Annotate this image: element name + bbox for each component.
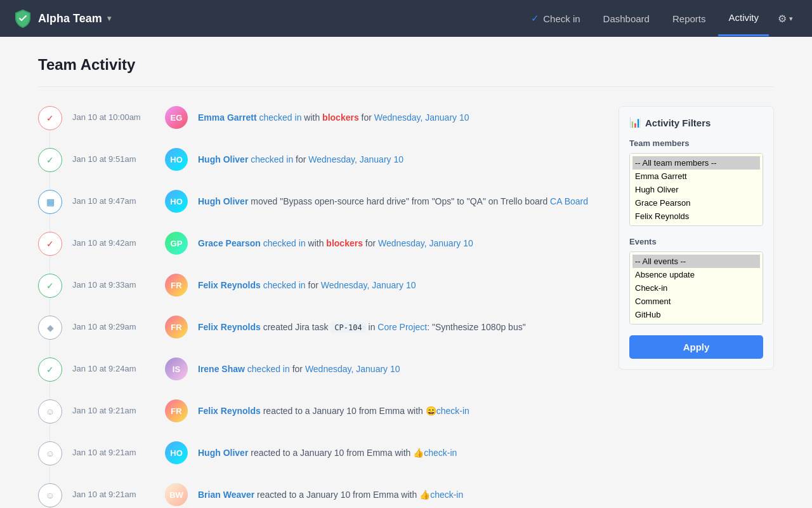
activity-highlight: blockers [322,112,359,123]
activity-icon-jira: ◆ [38,316,62,340]
activity-time: Jan 10 at 9:21am [72,483,155,499]
avatar: FR [165,316,188,338]
activity-user-link[interactable]: Hugh Oliver [198,196,248,206]
activity-icon-smile: ☺ [38,483,62,507]
filters-title-text: Activity Filters [645,117,710,128]
activity-time: Jan 10 at 9:42am [72,232,155,248]
activity-user-link[interactable]: Felix Reynolds [198,280,261,290]
activity-action-link[interactable]: checked in [251,154,293,164]
activity-action-link[interactable]: checked in [259,112,301,123]
page-divider [38,86,774,87]
activity-item: ☺Jan 10 at 9:21amFRFelix Reynolds reacte… [38,399,599,424]
activity-content: Felix Reynolds reacted to a January 10 f… [198,399,599,418]
activity-time: Jan 10 at 9:21am [72,441,155,457]
activity-content: Felix Reynolds checked in for Wednesday,… [198,274,599,292]
avatar: BW [165,483,188,506]
avatar: IS [165,358,188,380]
activity-content: Hugh Oliver moved "Bypass open-source ha… [198,190,599,208]
checkin-check-icon: ✓ [531,13,539,24]
avatar: HO [165,148,188,171]
apply-button[interactable]: Apply [629,335,763,359]
activity-feed: ✓Jan 10 at 10:00amEGEmma Garrett checked… [38,106,599,508]
activity-item: ✓Jan 10 at 9:51amHOHugh Oliver checked i… [38,148,599,172]
activity-user-link[interactable]: Felix Reynolds [198,322,261,332]
nav-checkin[interactable]: ✓ Check in [521,1,590,36]
filters-panel: 📊 Activity Filters Team members -- All t… [619,106,774,370]
activity-link[interactable]: CA Board [550,196,588,206]
gear-chevron-icon: ▾ [789,15,793,23]
activity-date-link[interactable]: Wednesday, January 10 [374,112,469,123]
brand[interactable]: Alpha Team ▾ [13,8,111,29]
activity-time: Jan 10 at 9:33am [72,274,155,290]
activity-date-link[interactable]: Wednesday, January 10 [378,238,473,248]
activity-user-link[interactable]: Grace Pearson [198,238,261,248]
sidebar: 📊 Activity Filters Team members -- All t… [619,106,774,370]
activity-user-link[interactable]: Felix Reynolds [198,406,261,416]
page-title: Team Activity [38,56,774,74]
avatar: FR [165,399,188,422]
activity-item: ☺Jan 10 at 9:21amBWBrian Weaver reacted … [38,483,599,507]
activity-action-link[interactable]: checked in [263,238,306,248]
activity-link[interactable]: check-in [424,448,457,458]
brand-chevron[interactable]: ▾ [107,14,111,23]
activity-content: Emma Garrett checked in with blockers fo… [198,106,599,124]
filters-title: 📊 Activity Filters [629,117,763,128]
events-select[interactable]: -- All events --Absence updateCheck-inCo… [629,251,763,324]
activity-item: ☺Jan 10 at 9:21amHOHugh Oliver reacted t… [38,441,599,465]
page-container: Team Activity ✓Jan 10 at 10:00amEGEmma G… [0,37,812,508]
activity-user-link[interactable]: Hugh Oliver [198,154,248,164]
nav-dashboard[interactable]: Dashboard [593,2,660,36]
activity-icon-smile: ☺ [38,399,62,424]
activity-content: Irene Shaw checked in for Wednesday, Jan… [198,358,599,376]
activity-icon-check-red: ✓ [38,232,62,256]
activity-user-link[interactable]: Brian Weaver [198,490,254,500]
events-label: Events [629,237,763,246]
activity-time: Jan 10 at 9:21am [72,399,155,415]
main-layout: ✓Jan 10 at 10:00amEGEmma Garrett checked… [38,106,774,508]
activity-time: Jan 10 at 9:24am [72,358,155,373]
activity-content: Hugh Oliver checked in for Wednesday, Ja… [198,148,599,166]
activity-icon-check-green: ✓ [38,358,62,382]
team-members-label: Team members [629,138,763,148]
activity-time: Jan 10 at 9:29am [72,316,155,331]
activity-item: ✓Jan 10 at 9:42amGPGrace Pearson checked… [38,232,599,256]
activity-time: Jan 10 at 9:51am [72,148,155,164]
avatar: EG [165,106,188,129]
activity-content: Grace Pearson checked in with blockers f… [198,232,599,250]
activity-user-link[interactable]: Hugh Oliver [198,448,248,458]
commit-hash: CP-104 [331,323,365,333]
activity-icon-check-green: ✓ [38,274,62,298]
activity-time: Jan 10 at 10:00am [72,106,155,122]
nav-reports[interactable]: Reports [662,2,716,36]
activity-link[interactable]: check-in [430,490,463,500]
gear-icon: ⚙ [778,13,787,25]
activity-icon-smile: ☺ [38,441,62,465]
brand-name: Alpha Team [38,12,102,25]
activity-item: ◆Jan 10 at 9:29amFRFelix Reynolds create… [38,316,599,340]
activity-content: Felix Reynolds created Jira task CP-104 … [198,316,599,334]
navbar: Alpha Team ▾ ✓ Check in Dashboard Report… [0,0,812,37]
activity-item: ▦Jan 10 at 9:47amHOHugh Oliver moved "By… [38,190,599,214]
avatar: FR [165,274,188,297]
nav-menu: ✓ Check in Dashboard Reports Activity ⚙ … [521,1,799,36]
activity-user-link[interactable]: Emma Garrett [198,112,257,123]
activity-icon-check-green: ✓ [38,148,62,172]
activity-user-link[interactable]: Irene Shaw [198,364,245,374]
activity-date-link[interactable]: Wednesday, January 10 [321,280,416,290]
activity-item: ✓Jan 10 at 9:33amFRFelix Reynolds checke… [38,274,599,298]
activity-content: Brian Weaver reacted to a January 10 fro… [198,483,599,502]
activity-link[interactable]: check-in [436,406,469,416]
avatar: GP [165,232,188,255]
team-members-select[interactable]: -- All team members --Emma GarrettHugh O… [629,153,763,226]
activity-action-link[interactable]: checked in [263,280,306,290]
settings-menu[interactable]: ⚙ ▾ [771,1,799,36]
activity-icon-trello: ▦ [38,190,62,214]
activity-action-link[interactable]: checked in [247,364,290,374]
activity-date-link[interactable]: Wednesday, January 10 [308,154,403,164]
nav-activity[interactable]: Activity [718,1,769,36]
activity-icon-check-red: ✓ [38,106,62,130]
filters-icon: 📊 [629,117,641,128]
activity-link[interactable]: Core Project [377,322,427,332]
activity-content: Hugh Oliver reacted to a January 10 from… [198,441,599,460]
activity-date-link[interactable]: Wednesday, January 10 [305,364,400,374]
